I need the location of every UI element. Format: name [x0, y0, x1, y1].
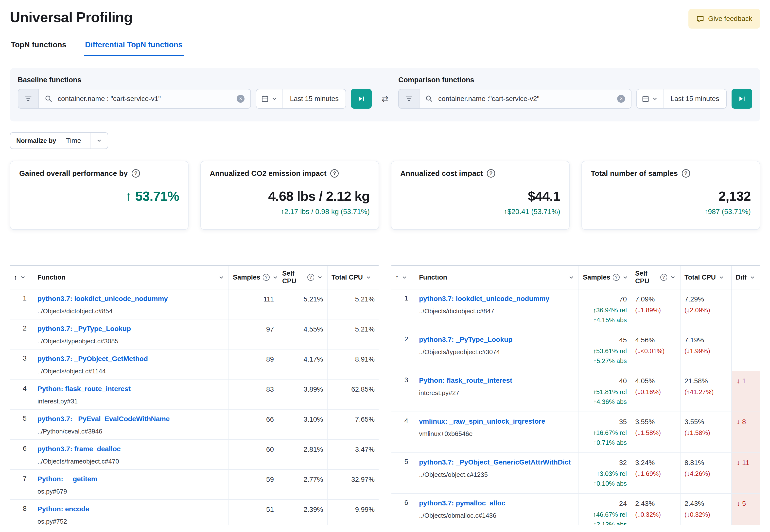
tab-topn-functions[interactable]: TopN functions	[10, 35, 67, 56]
function-link[interactable]: Python: __getitem__	[37, 475, 224, 483]
question-icon[interactable]: ?	[132, 169, 140, 178]
function-link[interactable]: python3.7: pymalloc_alloc	[419, 499, 575, 508]
swap-baseline-comparison-button[interactable]: ⇄	[376, 89, 394, 109]
table-row: 2 python3.7: _PyType_Lookup ../Objects/t…	[392, 330, 760, 371]
function-link[interactable]: python3.7: _PyEval_EvalCodeWithName	[37, 415, 224, 423]
column-header-rank[interactable]: ↑	[10, 266, 34, 289]
comparison-table-scroll[interactable]: ↑ Function Samples ?	[392, 265, 760, 525]
question-icon[interactable]: ?	[682, 169, 690, 178]
function-source: ../Python/ceval.c#3946	[37, 427, 224, 435]
search-panel: Baseline functions ×	[10, 68, 760, 121]
function-link[interactable]: python3.7: _PyObject_GenericGetAttrWithD…	[419, 458, 575, 467]
function-link[interactable]: Python: flask_route_interest	[37, 384, 224, 393]
comparison-query-input[interactable]	[437, 94, 613, 103]
question-icon[interactable]: ?	[487, 169, 495, 178]
tab-bar: TopN functions Differential TopN functio…	[0, 35, 770, 56]
column-header-self-cpu[interactable]: Self CPU ?	[278, 266, 327, 289]
function-source: ../Objects/object.c#1235	[419, 471, 575, 479]
question-icon[interactable]: ?	[330, 169, 339, 178]
total-cpu-cell: 8.91%	[327, 349, 378, 379]
function-link[interactable]: Python: encode	[37, 505, 224, 514]
baseline-query-input[interactable]	[57, 94, 232, 103]
baseline-time-range-button[interactable]: Last 15 minutes	[283, 89, 345, 108]
tab-differential-topn-functions[interactable]: Differential TopN functions	[84, 35, 184, 56]
column-header-function[interactable]: Function	[415, 266, 579, 289]
samples-value: 45	[583, 335, 627, 345]
clear-query-icon[interactable]: ×	[237, 95, 244, 103]
comparison-apply-button[interactable]	[732, 89, 752, 109]
normalize-by-value[interactable]: Time	[62, 133, 90, 149]
table-row: 6 python3.7: frame_dealloc ../Objects/fr…	[10, 439, 378, 469]
filter-icon	[25, 95, 32, 102]
total-cpu-cell: 21.58% (↑41.27%)	[680, 371, 732, 412]
function-link[interactable]: python3.7: lookdict_unicode_nodummy	[37, 294, 224, 303]
baseline-apply-button[interactable]	[351, 89, 372, 109]
samples-value: 40	[583, 376, 627, 386]
total-cpu-cell: 5.21%	[327, 319, 378, 349]
card-title: Total number of samples	[591, 169, 678, 178]
calendar-dropdown-button[interactable]	[256, 89, 283, 108]
samples-relative-change: ↑53.61% rel	[583, 347, 627, 355]
baseline-search-group: Baseline functions ×	[18, 76, 372, 109]
function-source: ../Objects/obmalloc.c#1436	[419, 512, 575, 519]
speech-bubble-icon	[696, 15, 704, 23]
function-link[interactable]: vmlinux: _raw_spin_unlock_irqrestore	[419, 417, 575, 426]
calendar-icon	[261, 95, 269, 102]
chevron-down-icon	[96, 137, 102, 144]
rank-cell: 5	[392, 453, 415, 494]
column-header-total-cpu[interactable]: Total CPU	[327, 266, 378, 289]
calendar-dropdown-button[interactable]	[637, 89, 664, 108]
total-cpu-value: 7.29%	[685, 294, 727, 304]
card-title: Annualized cost impact	[400, 169, 483, 178]
self-cpu-cell: 4.05% (↓0.16%)	[631, 371, 680, 412]
rank-diff-cell: ↓ 1	[732, 371, 760, 412]
rank-diff-cell	[732, 330, 760, 371]
sort-ascending-icon: ↑	[14, 274, 17, 281]
self-cpu-cell: 3.24% (↓1.69%)	[631, 453, 680, 494]
info-icon[interactable]: ?	[613, 274, 620, 281]
summary-card: Annualized cost impact ? $44.1 ↑$20.41 (…	[391, 161, 570, 230]
baseline-label: Baseline functions	[18, 76, 372, 84]
samples-cell: 24 ↑46.67% rel ↑2.13% abs	[579, 494, 631, 525]
column-header-samples[interactable]: Samples ?	[229, 266, 278, 289]
function-link[interactable]: python3.7: _PyObject_GetMethod	[37, 354, 224, 363]
filter-button[interactable]	[398, 89, 419, 109]
info-icon[interactable]: ?	[660, 274, 667, 281]
samples-relative-change: ↑51.81% rel	[583, 388, 627, 396]
comparison-time-range-button[interactable]: Last 15 minutes	[664, 89, 726, 108]
function-cell: python3.7: _PyEval_EvalCodeWithName ../P…	[34, 409, 229, 439]
give-feedback-button[interactable]: Give feedback	[688, 9, 760, 29]
total-cpu-cell: 7.65%	[327, 409, 378, 439]
function-source: interest.py#27	[419, 389, 575, 397]
baseline-table-scroll[interactable]: ↑ Function Samples ?	[10, 265, 378, 525]
column-header-function[interactable]: Function	[34, 266, 229, 289]
function-link[interactable]: python3.7: _PyType_Lookup	[37, 324, 224, 333]
self-cpu-value: 3.24%	[635, 458, 676, 468]
filter-button[interactable]	[18, 89, 38, 109]
function-link[interactable]: python3.7: lookdict_unicode_nodummy	[419, 294, 575, 303]
column-header-total-cpu[interactable]: Total CPU	[680, 266, 732, 289]
info-icon[interactable]: ?	[307, 274, 314, 281]
column-header-diff[interactable]: Diff	[732, 266, 760, 289]
self-cpu-value: 4.56%	[635, 335, 676, 345]
baseline-functions-table: ↑ Function Samples ?	[10, 265, 378, 525]
normalize-by-dropdown-button[interactable]	[90, 133, 108, 149]
function-cell: python3.7: _PyObject_GenericGetAttrWithD…	[415, 453, 579, 494]
function-link[interactable]: python3.7: frame_dealloc	[37, 445, 224, 453]
info-icon[interactable]: ?	[263, 274, 270, 281]
card-title: Annualized CO2 emission impact	[210, 169, 326, 178]
column-header-self-cpu[interactable]: Self CPU ?	[631, 266, 680, 289]
total-cpu-diff: (↓1.99%)	[685, 347, 727, 355]
table-row: 4 Python: flask_route_interest interest.…	[10, 379, 378, 409]
card-value: 4.68 lbs / 2.12 kg	[210, 188, 370, 204]
samples-value: 32	[583, 458, 627, 468]
column-header-samples[interactable]: Samples ?	[579, 266, 631, 289]
function-link[interactable]: Python: flask_route_interest	[419, 376, 575, 385]
total-cpu-value: 3.55%	[685, 417, 727, 427]
clear-query-icon[interactable]: ×	[617, 95, 625, 103]
table-row: 5 python3.7: _PyEval_EvalCodeWithName ..…	[10, 409, 378, 439]
function-link[interactable]: python3.7: _PyType_Lookup	[419, 335, 575, 344]
comparison-label: Comparison functions	[398, 76, 752, 84]
column-header-rank[interactable]: ↑	[392, 266, 415, 289]
self-cpu-cell: 2.43% (↓0.32%)	[631, 494, 680, 525]
